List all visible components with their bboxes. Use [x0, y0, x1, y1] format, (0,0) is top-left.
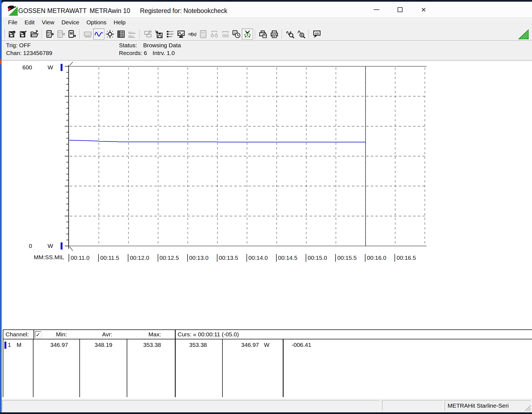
close-button[interactable]: ×	[416, 4, 431, 15]
app-title: METRAwin 10	[90, 7, 130, 15]
svg-text:12: 12	[234, 31, 236, 33]
monitor-wave-icon	[177, 30, 185, 38]
channel-table: Channel: ✓ Min: Avr: Max: Curs: « 00:00:…	[2, 329, 532, 399]
toolbar-store-to-disk-button[interactable]	[153, 28, 164, 40]
chart-plot-area[interactable]	[0, 61, 532, 329]
data-table-icon	[117, 30, 125, 38]
keypad-321-icon: 321	[199, 30, 207, 38]
col-line-5	[222, 339, 223, 397]
toolbar-zoom-amplitude-button[interactable]	[295, 28, 307, 40]
toolbar-live-bug-button[interactable]	[242, 28, 253, 40]
toolbar-keypad-321-button[interactable]: 321	[198, 28, 209, 40]
menu-edit[interactable]: Edit	[21, 18, 38, 27]
menu-bar: FileEditViewDeviceOptionsHelp	[2, 17, 532, 28]
x-tick-text: 00:14.5	[278, 255, 297, 261]
channel-color-marker-bottom	[61, 242, 63, 250]
x-tick-text: 00:11.0	[71, 255, 90, 261]
resize-triangle-icon	[517, 29, 529, 39]
toolbar-device-disconnect-button[interactable]: 321	[55, 28, 66, 40]
table-left-border	[3, 329, 3, 397]
save-import-icon	[19, 30, 27, 38]
x-tick-text: 00:16.5	[396, 255, 416, 261]
svg-text:1257: 1257	[84, 33, 90, 35]
toolbar-export-data-button[interactable]	[142, 28, 153, 40]
maximize-icon	[398, 7, 403, 12]
x-tick-text: 00:12.5	[160, 255, 179, 261]
x-tick-text: 00:12.0	[130, 255, 149, 261]
x-tick-text: 00:16.0	[367, 255, 386, 261]
menu-view[interactable]: View	[38, 18, 58, 27]
x-tick-mark	[276, 254, 277, 262]
toolbar-multimeter-display-button[interactable]: 1257	[82, 28, 93, 40]
menu-help[interactable]: Help	[110, 18, 129, 27]
x-tick-text: 00:13.5	[219, 255, 238, 261]
minimize-button[interactable]	[369, 4, 384, 15]
toolbar-device-read-button[interactable]: 321	[44, 28, 55, 40]
x-tick-00:16.5: 00:16.5	[395, 254, 416, 262]
menu-options[interactable]: Options	[83, 18, 110, 27]
device-read-icon: 321	[46, 30, 54, 38]
resize-grip[interactable]	[524, 404, 531, 412]
cell-channel-mode: M	[17, 342, 22, 348]
data-trace	[69, 140, 365, 142]
x-tick-mark	[69, 254, 69, 262]
toolbar-memory-read-button[interactable]: M	[66, 28, 77, 40]
toolbar-record-list-button[interactable]	[164, 28, 175, 40]
header-cursor: Curs: « 00:00:11 (-05.0)	[178, 331, 239, 338]
toolbar-function-fx-button[interactable]: =f(x)	[186, 28, 198, 40]
toolbar-printer-button[interactable]	[269, 28, 280, 40]
svg-text:=f(x): =f(x)	[188, 32, 196, 36]
records-line: Records: 6Intrv. 1.0	[119, 50, 175, 56]
menu-file[interactable]: File	[4, 18, 21, 27]
probes-icon	[210, 30, 219, 38]
x-tick-00:13.5: 00:13.5	[217, 254, 238, 262]
cell-delta: -006.41	[292, 342, 311, 348]
cursor-crosshair-icon	[106, 30, 114, 38]
zoom-time-icon	[286, 30, 294, 38]
status-line: Status:Browsing Data	[119, 42, 181, 49]
statusbar-panel-2	[382, 400, 443, 411]
toolbar-separator	[79, 29, 80, 39]
toolbar-timer-clock-button[interactable]: 12	[231, 28, 242, 40]
toolbar-shunt-button[interactable]	[220, 28, 231, 40]
toolbar-waveform-chart-button[interactable]	[93, 28, 104, 40]
cell-unit: W	[264, 342, 269, 348]
cell-avr: 348.19	[82, 342, 112, 348]
save-export-icon	[8, 30, 16, 38]
col-line-1	[33, 339, 33, 397]
close-icon: ×	[421, 6, 426, 14]
toolbar-save-import-button[interactable]	[17, 28, 28, 40]
histogram-icon	[128, 30, 136, 38]
x-tick-mark	[217, 254, 217, 262]
toolbar-print-preview-button[interactable]	[258, 28, 269, 40]
x-tick-text: 00:15.5	[337, 255, 357, 261]
x-tick-mark	[128, 254, 128, 262]
cell-channel-num: 1	[8, 342, 11, 348]
toolbar-cursor-crosshair-button[interactable]	[104, 28, 115, 40]
toolbar-probes-button[interactable]	[209, 28, 220, 40]
svg-text:M: M	[69, 31, 72, 35]
status-bar: METRAHit Starline-Seri	[2, 399, 532, 412]
toolbar-annotation-12-button[interactable]: 1/2	[311, 28, 322, 40]
toolbar-histogram-button[interactable]	[126, 28, 137, 40]
svg-text:1/2: 1/2	[315, 32, 318, 35]
toolbar-monitor-wave-button[interactable]	[175, 28, 186, 40]
toolbar-save-export-button[interactable]	[6, 28, 17, 40]
toolbar-separator	[139, 29, 140, 39]
toolbar-open-file-button[interactable]	[28, 28, 40, 40]
menu-device[interactable]: Device	[58, 18, 83, 27]
svg-text:321: 321	[58, 31, 62, 34]
export-data-icon	[144, 30, 152, 38]
x-tick-00:15.5: 00:15.5	[335, 254, 357, 262]
toolbar-separator	[282, 29, 282, 39]
multimeter-display-icon: 1257	[84, 30, 92, 38]
toolbar-data-table-button[interactable]	[115, 28, 126, 40]
col-line-6-thick	[283, 339, 284, 397]
toolbar-zoom-time-button[interactable]	[284, 28, 295, 40]
toolbar-grip[interactable]	[4, 29, 5, 39]
x-tick-mark	[335, 254, 336, 262]
channel-list: Chan: 123456789	[6, 50, 52, 56]
x-tick-mark	[306, 254, 306, 262]
maximize-button[interactable]	[392, 4, 408, 15]
timer-clock-icon: 12	[232, 30, 241, 38]
